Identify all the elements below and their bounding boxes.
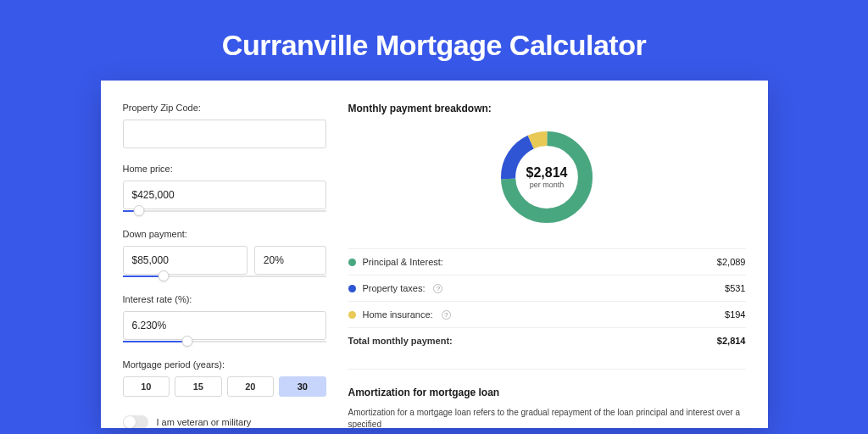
breakdown-title: Monthly payment breakdown: — [348, 103, 746, 114]
down-payment-label: Down payment: — [123, 229, 326, 239]
total-label: Total monthly payment: — [348, 336, 453, 346]
down-payment-percent-input[interactable] — [254, 246, 326, 275]
page-title: Curranville Mortgage Calculator — [0, 0, 868, 81]
donut-center-amount: $2,814 — [526, 165, 568, 181]
amortization-text: Amortization for a mortgage loan refers … — [348, 407, 746, 428]
inputs-column: Property Zip Code: Home price: Down paym… — [123, 103, 326, 428]
donut-center-sub: per month — [530, 181, 565, 189]
period-option-15[interactable]: 15 — [175, 376, 222, 397]
veteran-toggle[interactable] — [123, 415, 148, 428]
down-payment-input[interactable] — [123, 246, 248, 275]
home-price-input[interactable] — [123, 181, 326, 209]
total-value: $2,814 — [717, 336, 746, 346]
period-label: Mortgage period (years): — [123, 359, 326, 370]
legend-value: $531 — [725, 283, 745, 293]
veteran-label: I am veteran or military — [157, 417, 252, 427]
breakdown-column: Monthly payment breakdown: $2,814 per mo… — [348, 103, 746, 428]
calculator-card: Property Zip Code: Home price: Down paym… — [101, 81, 768, 428]
payment-donut-chart: $2,814 per month — [348, 126, 746, 228]
interest-rate-input[interactable] — [123, 311, 326, 340]
legend-label: Property taxes: — [363, 283, 426, 293]
interest-rate-label: Interest rate (%): — [123, 294, 326, 304]
legend-label: Home insurance: — [363, 309, 433, 320]
zip-input[interactable] — [123, 120, 326, 148]
legend-row-total: Total monthly payment: $2,814 — [348, 327, 746, 353]
period-option-30[interactable]: 30 — [279, 376, 326, 397]
legend-row-taxes: Property taxes: ? $531 — [348, 275, 746, 301]
divider — [348, 369, 746, 370]
home-price-label: Home price: — [123, 164, 326, 174]
legend-value: $2,089 — [717, 257, 746, 267]
period-option-20[interactable]: 20 — [227, 376, 275, 397]
legend-label: Principal & Interest: — [363, 257, 443, 267]
home-price-slider[interactable] — [123, 209, 326, 217]
interest-rate-slider[interactable] — [123, 339, 326, 348]
toggle-knob — [124, 416, 136, 428]
swatch-yellow — [348, 311, 356, 319]
down-payment-slider[interactable] — [123, 274, 326, 282]
period-selector: 10 15 20 30 — [123, 376, 326, 397]
info-icon[interactable]: ? — [442, 310, 451, 320]
swatch-blue — [348, 285, 356, 292]
info-icon[interactable]: ? — [433, 284, 442, 293]
legend-value: $194 — [725, 309, 745, 320]
zip-label: Property Zip Code: — [123, 103, 326, 113]
legend-row-principal: Principal & Interest: $2,089 — [348, 248, 746, 275]
period-option-10[interactable]: 10 — [123, 376, 170, 397]
swatch-green — [348, 259, 356, 266]
amortization-title: Amortization for mortgage loan — [348, 387, 746, 398]
legend-row-insurance: Home insurance: ? $194 — [348, 301, 746, 327]
